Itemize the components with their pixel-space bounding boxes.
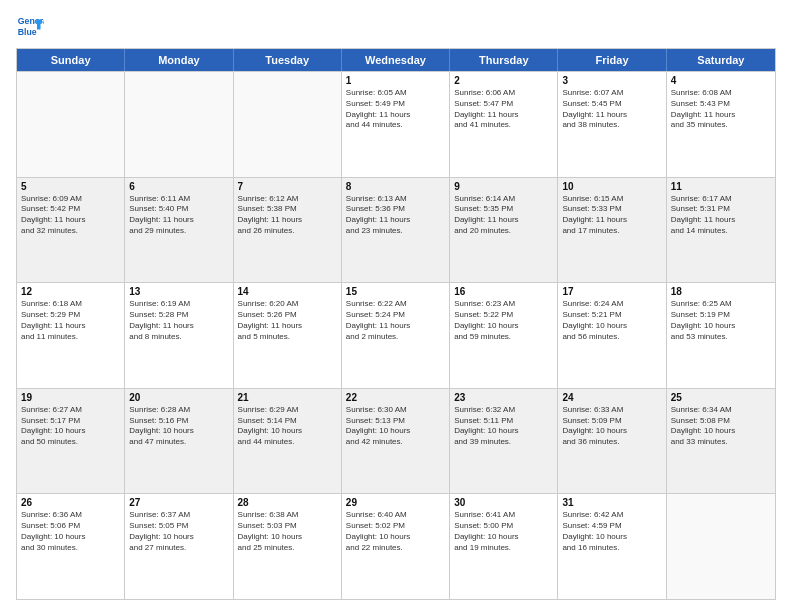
day-number: 15	[346, 286, 445, 297]
day-number: 10	[562, 181, 661, 192]
calendar-cell: 3Sunrise: 6:07 AM Sunset: 5:45 PM Daylig…	[558, 72, 666, 177]
calendar-cell: 23Sunrise: 6:32 AM Sunset: 5:11 PM Dayli…	[450, 389, 558, 494]
calendar-cell: 24Sunrise: 6:33 AM Sunset: 5:09 PM Dayli…	[558, 389, 666, 494]
day-info: Sunrise: 6:24 AM Sunset: 5:21 PM Dayligh…	[562, 299, 661, 342]
day-info: Sunrise: 6:30 AM Sunset: 5:13 PM Dayligh…	[346, 405, 445, 448]
calendar-header: SundayMondayTuesdayWednesdayThursdayFrid…	[17, 49, 775, 71]
day-info: Sunrise: 6:05 AM Sunset: 5:49 PM Dayligh…	[346, 88, 445, 131]
weekday-header: Monday	[125, 49, 233, 71]
day-number: 7	[238, 181, 337, 192]
calendar-row: 5Sunrise: 6:09 AM Sunset: 5:42 PM Daylig…	[17, 177, 775, 283]
day-info: Sunrise: 6:25 AM Sunset: 5:19 PM Dayligh…	[671, 299, 771, 342]
day-info: Sunrise: 6:36 AM Sunset: 5:06 PM Dayligh…	[21, 510, 120, 553]
day-number: 29	[346, 497, 445, 508]
svg-text:Blue: Blue	[18, 27, 37, 37]
day-number: 19	[21, 392, 120, 403]
calendar-cell: 30Sunrise: 6:41 AM Sunset: 5:00 PM Dayli…	[450, 494, 558, 599]
day-number: 12	[21, 286, 120, 297]
day-number: 18	[671, 286, 771, 297]
day-info: Sunrise: 6:09 AM Sunset: 5:42 PM Dayligh…	[21, 194, 120, 237]
day-info: Sunrise: 6:12 AM Sunset: 5:38 PM Dayligh…	[238, 194, 337, 237]
calendar-cell: 21Sunrise: 6:29 AM Sunset: 5:14 PM Dayli…	[234, 389, 342, 494]
logo: General Blue	[16, 12, 44, 40]
calendar-cell: 9Sunrise: 6:14 AM Sunset: 5:35 PM Daylig…	[450, 178, 558, 283]
calendar-cell	[125, 72, 233, 177]
calendar-cell: 26Sunrise: 6:36 AM Sunset: 5:06 PM Dayli…	[17, 494, 125, 599]
day-info: Sunrise: 6:33 AM Sunset: 5:09 PM Dayligh…	[562, 405, 661, 448]
calendar-cell: 5Sunrise: 6:09 AM Sunset: 5:42 PM Daylig…	[17, 178, 125, 283]
day-info: Sunrise: 6:32 AM Sunset: 5:11 PM Dayligh…	[454, 405, 553, 448]
day-info: Sunrise: 6:29 AM Sunset: 5:14 PM Dayligh…	[238, 405, 337, 448]
day-number: 4	[671, 75, 771, 86]
calendar-cell: 8Sunrise: 6:13 AM Sunset: 5:36 PM Daylig…	[342, 178, 450, 283]
day-info: Sunrise: 6:19 AM Sunset: 5:28 PM Dayligh…	[129, 299, 228, 342]
day-number: 30	[454, 497, 553, 508]
day-info: Sunrise: 6:37 AM Sunset: 5:05 PM Dayligh…	[129, 510, 228, 553]
calendar-cell: 28Sunrise: 6:38 AM Sunset: 5:03 PM Dayli…	[234, 494, 342, 599]
calendar-cell: 2Sunrise: 6:06 AM Sunset: 5:47 PM Daylig…	[450, 72, 558, 177]
calendar-body: 1Sunrise: 6:05 AM Sunset: 5:49 PM Daylig…	[17, 71, 775, 599]
day-number: 11	[671, 181, 771, 192]
calendar-cell	[667, 494, 775, 599]
day-info: Sunrise: 6:42 AM Sunset: 4:59 PM Dayligh…	[562, 510, 661, 553]
calendar-cell: 13Sunrise: 6:19 AM Sunset: 5:28 PM Dayli…	[125, 283, 233, 388]
day-info: Sunrise: 6:28 AM Sunset: 5:16 PM Dayligh…	[129, 405, 228, 448]
weekday-header: Thursday	[450, 49, 558, 71]
day-number: 13	[129, 286, 228, 297]
calendar-cell: 10Sunrise: 6:15 AM Sunset: 5:33 PM Dayli…	[558, 178, 666, 283]
day-info: Sunrise: 6:23 AM Sunset: 5:22 PM Dayligh…	[454, 299, 553, 342]
day-info: Sunrise: 6:34 AM Sunset: 5:08 PM Dayligh…	[671, 405, 771, 448]
day-info: Sunrise: 6:41 AM Sunset: 5:00 PM Dayligh…	[454, 510, 553, 553]
day-number: 14	[238, 286, 337, 297]
day-info: Sunrise: 6:17 AM Sunset: 5:31 PM Dayligh…	[671, 194, 771, 237]
day-number: 25	[671, 392, 771, 403]
calendar-row: 19Sunrise: 6:27 AM Sunset: 5:17 PM Dayli…	[17, 388, 775, 494]
calendar-cell: 12Sunrise: 6:18 AM Sunset: 5:29 PM Dayli…	[17, 283, 125, 388]
day-number: 28	[238, 497, 337, 508]
calendar-cell: 31Sunrise: 6:42 AM Sunset: 4:59 PM Dayli…	[558, 494, 666, 599]
calendar-row: 12Sunrise: 6:18 AM Sunset: 5:29 PM Dayli…	[17, 282, 775, 388]
day-info: Sunrise: 6:14 AM Sunset: 5:35 PM Dayligh…	[454, 194, 553, 237]
calendar-cell: 1Sunrise: 6:05 AM Sunset: 5:49 PM Daylig…	[342, 72, 450, 177]
day-number: 21	[238, 392, 337, 403]
calendar-cell: 29Sunrise: 6:40 AM Sunset: 5:02 PM Dayli…	[342, 494, 450, 599]
day-number: 27	[129, 497, 228, 508]
day-number: 2	[454, 75, 553, 86]
calendar-row: 1Sunrise: 6:05 AM Sunset: 5:49 PM Daylig…	[17, 71, 775, 177]
calendar: SundayMondayTuesdayWednesdayThursdayFrid…	[16, 48, 776, 600]
calendar-cell: 16Sunrise: 6:23 AM Sunset: 5:22 PM Dayli…	[450, 283, 558, 388]
calendar-cell: 18Sunrise: 6:25 AM Sunset: 5:19 PM Dayli…	[667, 283, 775, 388]
calendar-cell: 22Sunrise: 6:30 AM Sunset: 5:13 PM Dayli…	[342, 389, 450, 494]
logo-icon: General Blue	[16, 12, 44, 40]
calendar-cell: 7Sunrise: 6:12 AM Sunset: 5:38 PM Daylig…	[234, 178, 342, 283]
day-number: 1	[346, 75, 445, 86]
weekday-header: Wednesday	[342, 49, 450, 71]
day-number: 3	[562, 75, 661, 86]
weekday-header: Saturday	[667, 49, 775, 71]
day-info: Sunrise: 6:27 AM Sunset: 5:17 PM Dayligh…	[21, 405, 120, 448]
day-info: Sunrise: 6:07 AM Sunset: 5:45 PM Dayligh…	[562, 88, 661, 131]
calendar-page: General Blue SundayMondayTuesdayWednesda…	[0, 0, 792, 612]
day-info: Sunrise: 6:18 AM Sunset: 5:29 PM Dayligh…	[21, 299, 120, 342]
day-info: Sunrise: 6:22 AM Sunset: 5:24 PM Dayligh…	[346, 299, 445, 342]
day-number: 23	[454, 392, 553, 403]
day-number: 8	[346, 181, 445, 192]
day-info: Sunrise: 6:11 AM Sunset: 5:40 PM Dayligh…	[129, 194, 228, 237]
day-number: 22	[346, 392, 445, 403]
calendar-cell: 14Sunrise: 6:20 AM Sunset: 5:26 PM Dayli…	[234, 283, 342, 388]
calendar-cell: 25Sunrise: 6:34 AM Sunset: 5:08 PM Dayli…	[667, 389, 775, 494]
calendar-cell: 20Sunrise: 6:28 AM Sunset: 5:16 PM Dayli…	[125, 389, 233, 494]
day-info: Sunrise: 6:15 AM Sunset: 5:33 PM Dayligh…	[562, 194, 661, 237]
day-info: Sunrise: 6:08 AM Sunset: 5:43 PM Dayligh…	[671, 88, 771, 131]
calendar-cell: 11Sunrise: 6:17 AM Sunset: 5:31 PM Dayli…	[667, 178, 775, 283]
calendar-cell: 17Sunrise: 6:24 AM Sunset: 5:21 PM Dayli…	[558, 283, 666, 388]
calendar-cell	[17, 72, 125, 177]
day-number: 17	[562, 286, 661, 297]
day-info: Sunrise: 6:06 AM Sunset: 5:47 PM Dayligh…	[454, 88, 553, 131]
day-number: 24	[562, 392, 661, 403]
day-number: 26	[21, 497, 120, 508]
day-info: Sunrise: 6:40 AM Sunset: 5:02 PM Dayligh…	[346, 510, 445, 553]
day-number: 9	[454, 181, 553, 192]
weekday-header: Friday	[558, 49, 666, 71]
day-number: 16	[454, 286, 553, 297]
